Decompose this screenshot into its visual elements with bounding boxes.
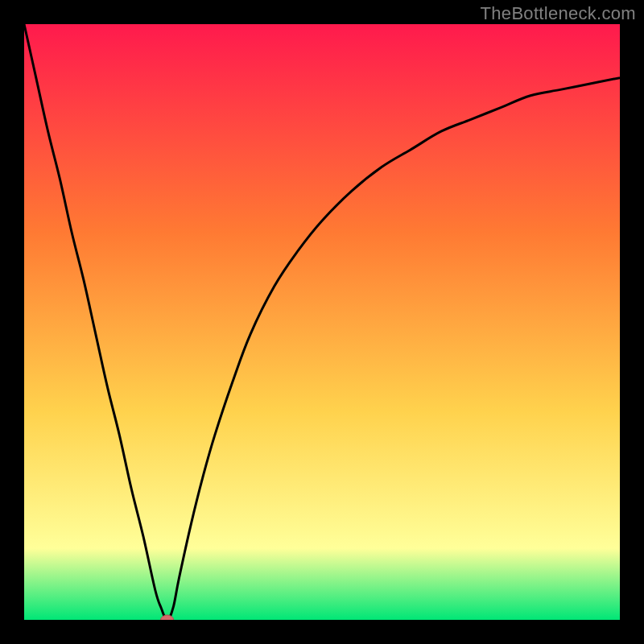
gradient-background — [24, 24, 620, 620]
plot-area — [24, 24, 620, 620]
bottleneck-chart — [24, 24, 620, 620]
chart-frame: TheBottleneck.com — [0, 0, 644, 644]
attribution-label: TheBottleneck.com — [481, 3, 636, 24]
